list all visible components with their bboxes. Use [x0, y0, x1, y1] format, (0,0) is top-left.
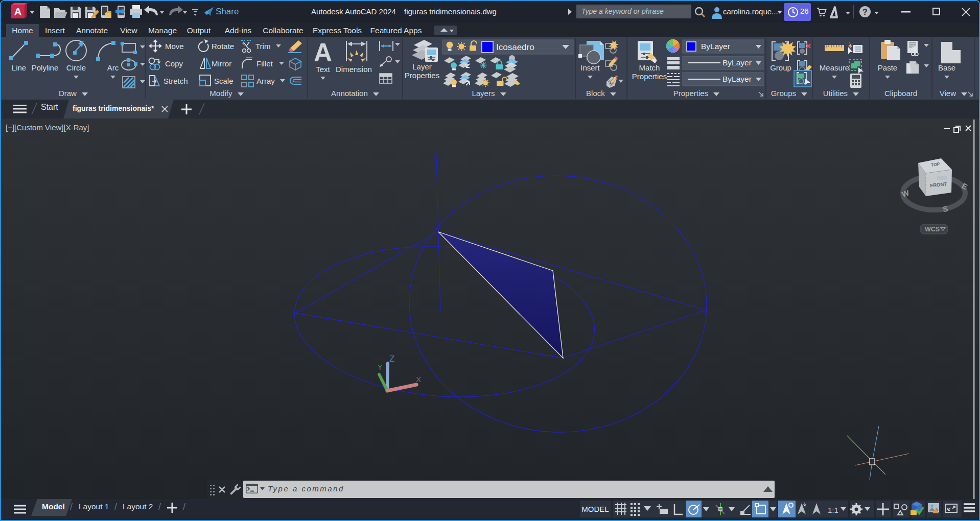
svg-text:Y: Y: [378, 363, 383, 371]
svg-text:1:1: 1:1: [828, 506, 838, 514]
svg-text:WCS: WCS: [925, 226, 940, 233]
svg-text:A: A: [314, 38, 332, 67]
svg-text:!: !: [938, 509, 939, 514]
svg-text:ByLayer: ByLayer: [722, 75, 752, 83]
svg-text:ByLayer: ByLayer: [722, 58, 752, 67]
svg-text:X: X: [416, 375, 421, 384]
svg-text:ByLayer: ByLayer: [701, 42, 730, 51]
svg-text:Z: Z: [389, 354, 394, 364]
svg-text:S: S: [942, 204, 948, 214]
svg-text:?: ?: [862, 8, 868, 16]
svg-text:Icosaedro: Icosaedro: [496, 42, 534, 52]
svg-text:A: A: [14, 6, 21, 17]
